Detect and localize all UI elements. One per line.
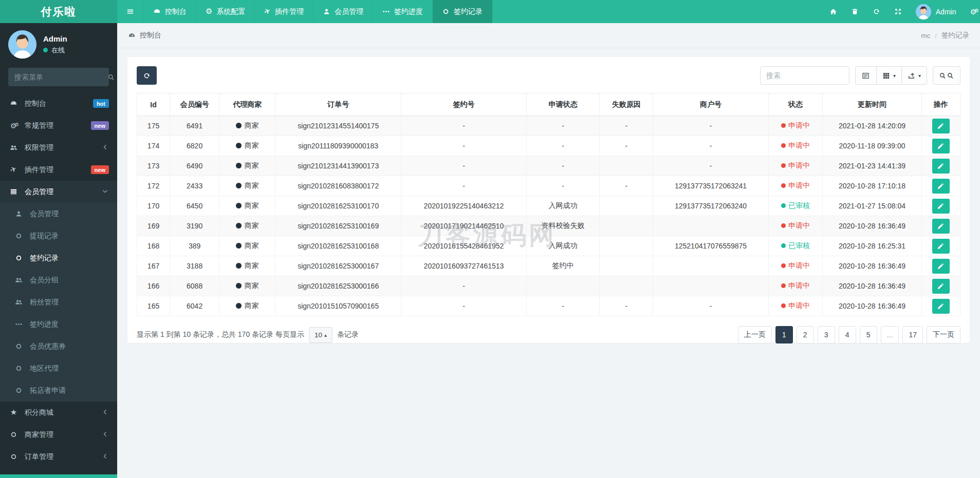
breadcrumb-parent[interactable]: mc bbox=[921, 32, 930, 40]
sidebar-item-订单管理[interactable]: 订单管理 bbox=[0, 446, 117, 468]
sidebar-item-会员管理[interactable]: 会员管理 bbox=[0, 203, 117, 225]
cell-apply-status: - bbox=[526, 296, 600, 316]
pencil-icon bbox=[937, 162, 945, 170]
sidebar-item-签约记录[interactable]: 签约记录 bbox=[0, 247, 117, 269]
page-button[interactable]: 2 bbox=[797, 326, 814, 343]
edit-button[interactable] bbox=[932, 239, 950, 254]
gears-icon[interactable]: ⚙⚙ bbox=[970, 8, 977, 15]
brand-logo[interactable]: 付乐啦 bbox=[0, 0, 117, 23]
gear-icon: ⚙ bbox=[206, 8, 212, 15]
edit-button[interactable] bbox=[932, 119, 950, 133]
cell-sign-no: - bbox=[401, 176, 527, 196]
cell-status: 已审核 bbox=[768, 196, 823, 216]
search-button[interactable] bbox=[933, 66, 960, 85]
columns-button[interactable]: ▾ bbox=[876, 66, 902, 85]
sidebar-item-会员分组[interactable]: 会员分组 bbox=[0, 269, 117, 291]
cell-actions bbox=[921, 196, 960, 216]
edit-button[interactable] bbox=[932, 279, 950, 294]
cell-apply-status: 签约中 bbox=[526, 256, 600, 276]
sidebar-item-会员管理[interactable]: 会员管理 bbox=[0, 181, 117, 203]
online-status-dot bbox=[43, 48, 48, 52]
pagination-buttons: 上一页12345...17下一页 bbox=[738, 326, 960, 343]
page-ellipsis[interactable]: ... bbox=[881, 326, 899, 343]
circle-icon bbox=[13, 387, 24, 394]
view-options-group: ▾ ▾ bbox=[855, 66, 927, 85]
edit-button[interactable] bbox=[932, 259, 950, 274]
sidebar-toggle[interactable] bbox=[117, 0, 144, 23]
cell-actions bbox=[921, 276, 960, 296]
cell-apply-status: 入网成功 bbox=[526, 196, 600, 216]
column-header[interactable]: 申请状态 bbox=[526, 93, 600, 116]
page-button[interactable]: 4 bbox=[839, 326, 856, 343]
trash-icon[interactable] bbox=[851, 8, 859, 15]
sidebar-item-优惠券[interactable]: 优惠券 bbox=[0, 468, 117, 478]
page-button[interactable]: 5 bbox=[860, 326, 877, 343]
column-header[interactable]: 更新时间 bbox=[823, 93, 921, 116]
sidebar-item-权限管理[interactable]: 权限管理 bbox=[0, 137, 117, 159]
sidebar-item-地区代理[interactable]: 地区代理 bbox=[0, 357, 117, 379]
columns-grid-icon bbox=[882, 72, 890, 80]
detail-view-button[interactable] bbox=[855, 66, 877, 85]
page-button[interactable]: 1 bbox=[775, 326, 793, 343]
status-dot bbox=[781, 143, 786, 148]
top-nav-item[interactable]: 签约记录 bbox=[433, 0, 492, 23]
page-button[interactable]: 3 bbox=[818, 326, 835, 343]
column-header[interactable]: 操作 bbox=[921, 93, 960, 116]
edit-button[interactable] bbox=[932, 219, 950, 234]
column-header[interactable]: 状态 bbox=[768, 93, 823, 116]
edit-button[interactable] bbox=[932, 159, 950, 174]
column-header[interactable]: 签约号 bbox=[401, 93, 527, 116]
column-header[interactable]: 代理商家 bbox=[219, 93, 275, 116]
sidebar-item-会员优惠券[interactable]: 会员优惠券 bbox=[0, 335, 117, 357]
table-search-input[interactable] bbox=[760, 66, 849, 85]
export-button[interactable]: ▾ bbox=[901, 66, 927, 85]
edit-button[interactable] bbox=[932, 139, 950, 154]
column-header[interactable]: 订单号 bbox=[275, 93, 401, 116]
sidebar-item-拓店者申请[interactable]: 拓店者申请 bbox=[0, 379, 117, 401]
topbar-user[interactable]: Admin bbox=[916, 4, 956, 20]
sidebar-item-积分商城[interactable]: ★积分商城 bbox=[0, 401, 117, 424]
expand-icon[interactable] bbox=[894, 8, 902, 15]
column-header[interactable]: Id bbox=[137, 93, 170, 116]
cell-fail-reason bbox=[600, 236, 653, 256]
top-nav-item[interactable]: 会员管理 bbox=[313, 0, 373, 23]
page-button[interactable]: 17 bbox=[902, 326, 923, 343]
sidebar-item-常规管理[interactable]: ⚙⚙常规管理new bbox=[0, 114, 117, 137]
sidebar-item-控制台[interactable]: 控制台hot bbox=[0, 92, 117, 114]
page-size-select[interactable]: 10 ▴ bbox=[309, 327, 332, 343]
breadcrumb-left[interactable]: 控制台 bbox=[140, 31, 161, 40]
gauge-icon bbox=[8, 100, 19, 107]
edit-button[interactable] bbox=[932, 179, 950, 194]
prev-page-button[interactable]: 上一页 bbox=[738, 326, 772, 343]
agent-dot-icon bbox=[236, 183, 242, 188]
top-nav-item[interactable]: ⚙系统配置 bbox=[196, 0, 255, 23]
column-header[interactable]: 商户号 bbox=[653, 93, 768, 116]
bookmark-icon bbox=[8, 475, 19, 478]
status-dot bbox=[781, 123, 786, 128]
sidebar-item-提现记录[interactable]: 提现记录 bbox=[0, 225, 117, 247]
cell-member: 3188 bbox=[170, 256, 219, 276]
cell-updated: 2020-10-28 16:36:49 bbox=[823, 296, 921, 316]
cell-id: 166 bbox=[137, 276, 170, 296]
column-header[interactable]: 失败原因 bbox=[600, 93, 653, 116]
refresh-button[interactable] bbox=[137, 66, 157, 85]
top-nav-item[interactable]: ✈插件管理 bbox=[255, 0, 313, 23]
top-nav-item[interactable]: 签约进度 bbox=[373, 0, 433, 23]
sidebar-item-商家管理[interactable]: 商家管理 bbox=[0, 424, 117, 446]
cell-fail-reason bbox=[600, 196, 653, 216]
circle-icon bbox=[442, 8, 450, 15]
recycle-icon[interactable] bbox=[873, 8, 880, 15]
column-header[interactable]: 会员编号 bbox=[170, 93, 219, 116]
home-icon[interactable] bbox=[829, 8, 837, 15]
top-nav-item[interactable]: 控制台 bbox=[144, 0, 196, 23]
sidebar-search-input[interactable] bbox=[14, 73, 107, 81]
search-icon bbox=[939, 72, 954, 80]
status-dot bbox=[781, 223, 786, 228]
next-page-button[interactable]: 下一页 bbox=[927, 326, 960, 343]
table-row: 1736490商家sign21012314413900173---申请中2021… bbox=[137, 156, 960, 176]
edit-button[interactable] bbox=[932, 199, 950, 214]
sidebar-item-插件管理[interactable]: ✈插件管理new bbox=[0, 159, 117, 181]
edit-button[interactable] bbox=[932, 299, 950, 314]
sidebar-item-粉丝管理[interactable]: 粉丝管理 bbox=[0, 291, 117, 313]
sidebar-item-签约进度[interactable]: 签约进度 bbox=[0, 313, 117, 335]
